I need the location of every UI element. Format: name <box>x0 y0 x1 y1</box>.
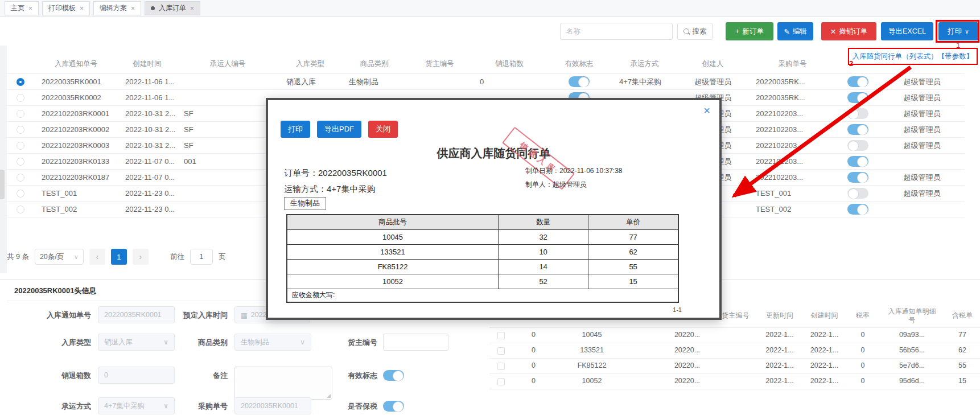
goto-page-input[interactable] <box>190 249 213 265</box>
row-toggle[interactable] <box>847 76 868 87</box>
row-radio[interactable] <box>17 206 24 213</box>
row-radio[interactable] <box>17 110 24 118</box>
trash-icon: ✕ <box>830 27 836 36</box>
owner-no-input[interactable] <box>383 334 448 351</box>
modal-print-button[interactable]: 打印 <box>281 121 310 138</box>
search-placeholder: 名称 <box>566 27 580 36</box>
edit-button[interactable]: ✎ 编辑 <box>777 22 813 40</box>
cell-carrier-no: SF <box>176 125 279 134</box>
row-radio[interactable] <box>17 94 24 102</box>
valid-flag-form-toggle[interactable] <box>383 370 404 381</box>
cell: 0 <box>512 346 555 355</box>
cell-purchase-no: 2022102203... <box>748 141 837 150</box>
tab-label: 入库订单 <box>159 3 186 13</box>
cell-batch-no: 133521 <box>555 346 629 355</box>
row-radio[interactable] <box>17 190 24 198</box>
cell-updater: 超级管理员 <box>879 172 965 183</box>
valid-flag-label: 有效标志 <box>293 371 377 381</box>
modal-toolbar: 打印 导出PDF 关闭 <box>281 121 398 138</box>
cell-detail-no: 95d6d... <box>879 377 945 386</box>
row-checkbox[interactable] <box>497 378 505 385</box>
modal-page-indicator: 1-1 <box>673 306 682 313</box>
export-excel-button[interactable]: 导出EXCEL <box>881 22 933 40</box>
col-header-creator: 创建人 <box>677 59 748 69</box>
row-toggle[interactable] <box>847 204 868 215</box>
cell-tax-price: 77 <box>945 331 980 340</box>
notify-no-label: 入库通知单号 <box>7 310 91 321</box>
cell-purchase-no: 20220035RK... <box>748 93 837 102</box>
order-no-label: 订单号： <box>284 168 318 178</box>
close-icon[interactable]: × <box>190 5 194 13</box>
cell-create-time: 2022-1... <box>802 361 846 371</box>
cell-notify-no: 2022102203RK0187 <box>34 173 118 182</box>
modal-title: 供应商入库随货同行单 <box>268 146 719 161</box>
cell-notify-no: 2022102203RK0001 <box>34 109 118 118</box>
valid-flag-toggle[interactable] <box>569 76 590 87</box>
cell-batch-no: 10052 <box>555 377 629 386</box>
cell: 20220... <box>660 346 714 355</box>
cell-purchase-no: 2022102203... <box>748 173 837 182</box>
modal-export-pdf-button[interactable]: 导出PDF <box>317 121 361 138</box>
close-icon[interactable]: × <box>80 5 84 13</box>
page-size-select[interactable]: 20条/页 ∨ <box>35 249 84 265</box>
cancel-order-button[interactable]: ✕ 撤销订单 <box>821 22 876 40</box>
print-option-link[interactable]: 入库随货同行单（列表式）【带参数】 <box>853 52 974 61</box>
cell-batch-no: FK85122 <box>555 361 629 371</box>
row-toggle[interactable] <box>847 156 868 167</box>
search-input[interactable]: 名称 <box>560 23 673 40</box>
cell-detail-no: 56b56... <box>879 346 945 355</box>
row-radio[interactable] <box>17 126 24 134</box>
detail-row[interactable]: 0 FK85122 20220... 2022-1... 2022-1... 0… <box>489 359 980 374</box>
new-order-button[interactable]: + 新订单 <box>726 22 773 40</box>
col-header-transport: 承运方式 <box>612 59 677 69</box>
row-radio[interactable] <box>17 78 24 86</box>
row-toggle[interactable] <box>847 188 868 199</box>
left-gutter <box>0 46 7 273</box>
detail-row[interactable]: 0 10052 20220... 2022-1... 2022-1... 0 9… <box>489 374 980 389</box>
detail-row[interactable]: 0 133521 20220... 2022-1... 2022-1... 0 … <box>489 343 980 359</box>
detail-row[interactable]: 0 10045 20220... 2022-1... 2022-1... 0 0… <box>489 328 980 343</box>
bonded-toggle[interactable] <box>383 401 404 412</box>
tab-label: 主页 <box>11 3 24 13</box>
close-icon[interactable]: × <box>703 105 710 116</box>
cell-carrier-no: SF <box>176 141 279 150</box>
row-toggle[interactable] <box>847 124 868 135</box>
make-date-label: 制单日期： <box>525 167 559 175</box>
search-icon <box>683 28 690 35</box>
tab-print-template[interactable]: 打印模板 × <box>42 1 90 15</box>
row-radio[interactable] <box>17 174 24 182</box>
col-header-valid-flag: 有效标志 <box>546 59 612 69</box>
cell-create-time: 2022-1... <box>802 346 846 355</box>
cell-updater: 超级管理员 <box>879 93 965 103</box>
prev-page-button[interactable]: ‹ <box>89 249 105 265</box>
row-toggle[interactable] <box>847 140 868 151</box>
current-page[interactable]: 1 <box>111 249 127 265</box>
row-toggle[interactable] <box>847 92 868 103</box>
cell-updater: 超级管理员 <box>879 125 965 135</box>
row-radio[interactable] <box>17 142 24 150</box>
sidebar-collapse-handle[interactable] <box>0 170 5 199</box>
tab-inbound-orders[interactable]: 入库订单 × <box>145 1 200 15</box>
modal-close-button[interactable]: 关闭 <box>368 121 398 138</box>
cell-purchase-no: TEST_002 <box>748 205 837 213</box>
cell: 0 <box>512 361 555 371</box>
tab-home[interactable]: 主页 × <box>5 1 39 15</box>
row-toggle[interactable] <box>847 172 868 183</box>
print-dropdown-button[interactable]: 打印 ∨ <box>938 22 978 40</box>
order-row[interactable]: 20220035RK0001 2022-11-06 1... 销退入库 生物制品… <box>7 74 965 90</box>
row-radio[interactable] <box>17 158 24 166</box>
tab-edit-scheme[interactable]: 编辑方案 × <box>93 1 141 15</box>
next-page-button[interactable]: › <box>133 249 149 265</box>
row-checkbox[interactable] <box>497 332 505 339</box>
modal-order-info: 订单号：20220035RK0001 运输方式：4+7集中采购 <box>284 165 387 197</box>
cell-updater: 超级管理员 <box>879 109 965 119</box>
row-checkbox[interactable] <box>497 363 505 370</box>
close-icon[interactable]: × <box>28 5 32 13</box>
row-toggle[interactable] <box>847 108 868 119</box>
close-icon[interactable]: × <box>131 5 135 13</box>
row-checkbox[interactable] <box>497 347 505 355</box>
order-no-value: 20220035RK0001 <box>318 168 387 178</box>
col-header-unit-price: 单价 <box>588 215 678 229</box>
search-button[interactable]: 搜索 <box>677 23 713 40</box>
cell-updater: 超级管理员 <box>879 188 965 199</box>
